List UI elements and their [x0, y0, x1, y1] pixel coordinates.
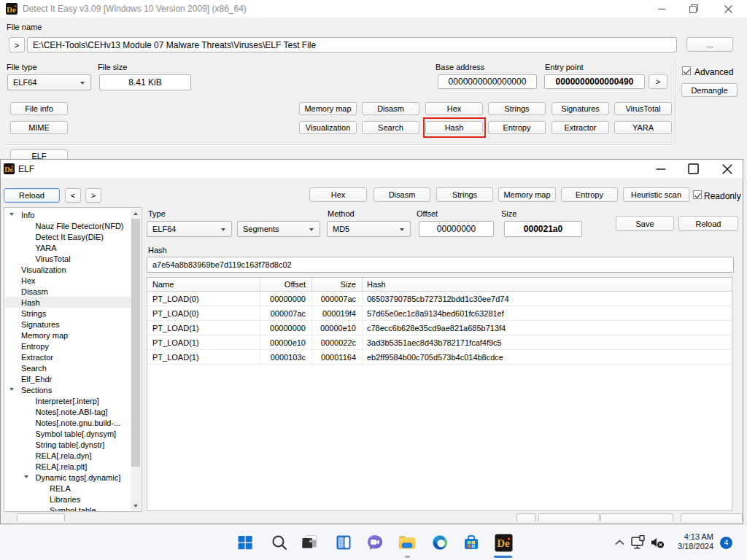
size-field[interactable]: 000021a0: [504, 221, 582, 237]
offset-field[interactable]: 00000000: [419, 221, 494, 237]
entry-point-field[interactable]: 0000000000000490: [544, 74, 645, 89]
tray-network-icon[interactable]: [630, 534, 647, 551]
table-row[interactable]: PT_LOAD(1)0000000000000e10c78ecc6b628e35…: [147, 321, 732, 335]
tree-item-rela-rela-dyn-[interactable]: RELA[.rela.dyn]: [5, 450, 131, 461]
mime-button[interactable]: MIME: [10, 121, 68, 134]
tree-item-sections[interactable]: Sections: [5, 384, 131, 395]
elf-toolbar-strings[interactable]: Strings: [436, 187, 493, 202]
main-maximize-button[interactable]: [684, 0, 704, 18]
browse-button[interactable]: ...: [686, 37, 733, 52]
taskbar-icon-file-explorer[interactable]: [398, 533, 417, 552]
elf-maximize-button[interactable]: [683, 160, 704, 178]
advanced-checkbox[interactable]: [682, 66, 691, 75]
tree-item-memory-map[interactable]: Memory map: [5, 330, 131, 341]
elf-toolbar-entropy[interactable]: Entropy: [561, 187, 618, 202]
tree-item-extractor[interactable]: Extractor: [5, 351, 131, 362]
tray-chevron-up-icon[interactable]: [611, 535, 627, 550]
tree-item-dynamic-tags-dynamic-[interactable]: Dynamic tags[.dynamic]: [5, 472, 131, 483]
tool-button-yara[interactable]: YARA: [614, 121, 672, 134]
tree-item-detect-it-easy-die-[interactable]: Detect It Easy(DiE): [5, 231, 131, 242]
tree-expand-arrow-icon[interactable]: [9, 213, 14, 216]
elf-reload-button[interactable]: Reload: [4, 188, 60, 203]
tree-item-nauz-file-detector-nfd-[interactable]: Nauz File Detector(NFD): [5, 220, 131, 231]
tool-button-visualization[interactable]: Visualization: [299, 121, 357, 134]
bottom-partial-button[interactable]: [538, 513, 600, 521]
tree-item-info[interactable]: Info: [5, 209, 131, 220]
column-header-size[interactable]: Size: [312, 278, 363, 291]
scroll-up-button[interactable]: [131, 209, 141, 218]
tree-item-elf-ehdr[interactable]: Elf_Ehdr: [5, 373, 131, 384]
taskbar-icon-chat[interactable]: [365, 533, 384, 552]
tool-button-hex[interactable]: Hex: [425, 102, 483, 115]
column-header-hash[interactable]: Hash: [363, 278, 732, 291]
taskbar-clock[interactable]: 4:13 AM 3/18/2024: [657, 532, 713, 551]
scrollbar-thumb[interactable]: [131, 219, 140, 467]
elf-toolbar-memory-map[interactable]: Memory map: [498, 187, 556, 202]
tree-item-symbol-table-dynsym-[interactable]: Symbol table[.dynsym]: [5, 428, 131, 439]
table-row[interactable]: PT_LOAD(0)00000000000007ac06503790785cb7…: [147, 292, 732, 306]
tool-button-disasm[interactable]: Disasm: [362, 102, 419, 115]
tree-item-rela[interactable]: RELA: [5, 483, 131, 494]
taskbar-icon-start[interactable]: [236, 533, 255, 552]
table-row[interactable]: PT_LOAD(0)000007ac000019f457d65e0ec1c8a9…: [147, 306, 732, 321]
table-row[interactable]: PT_LOAD(1)0000103c00001164eb2ff9584b00c7…: [147, 350, 732, 365]
notification-badge[interactable]: 4: [720, 537, 732, 549]
scroll-down-button[interactable]: [131, 501, 141, 510]
taskbar-icon-edge[interactable]: [430, 533, 449, 552]
tree-item-libraries[interactable]: Libraries: [5, 494, 131, 505]
taskbar-icon-search[interactable]: [270, 533, 289, 552]
elf-close-button[interactable]: [716, 160, 738, 178]
tree-scrollbar[interactable]: [131, 209, 141, 510]
tool-button-entropy[interactable]: Entropy: [488, 121, 546, 134]
tool-button-memory-map[interactable]: Memory map: [299, 102, 357, 115]
taskbar-icon-store[interactable]: [462, 533, 481, 552]
elf-toolbar-heuristic-scan[interactable]: Heuristic scan: [623, 187, 689, 202]
tool-button-strings[interactable]: Strings: [488, 102, 546, 115]
tree-item-string-table-dynstr-[interactable]: String table[.dynstr]: [5, 439, 131, 450]
file-info-button[interactable]: File info: [10, 102, 68, 115]
readonly-checkbox[interactable]: [693, 190, 702, 199]
tree-item-notes-note-abi-tag-[interactable]: Notes[.note.ABI-tag]: [5, 406, 131, 417]
column-header-offset[interactable]: Offset: [260, 278, 312, 291]
tree-item-interpreter-interp-[interactable]: Interpreter[.interp]: [5, 395, 131, 406]
tree-item-signatures[interactable]: Signatures: [5, 319, 131, 330]
tool-button-signatures[interactable]: Signatures: [551, 102, 609, 115]
bottom-partial-button[interactable]: [681, 513, 743, 521]
tree-item-search[interactable]: Search: [5, 362, 131, 373]
tree-item-disasm[interactable]: Disasm: [5, 286, 131, 297]
file-path-input[interactable]: E:\CEH-Tools\CEHv13 Module 07 Malware Th…: [27, 37, 677, 52]
bottom-partial-button[interactable]: [516, 513, 535, 521]
tool-button-search[interactable]: Search: [362, 121, 419, 134]
save-button[interactable]: Save: [616, 216, 674, 231]
taskbar-icon-task-view[interactable]: [300, 533, 319, 552]
tree-item-virustotal[interactable]: VirusTotal: [5, 253, 131, 264]
elf-back-button[interactable]: <: [65, 188, 81, 203]
tree-item-rela-rela-plt-[interactable]: RELA[.rela.plt]: [5, 461, 131, 472]
main-minimize-button[interactable]: [651, 0, 672, 18]
bottom-partial-button[interactable]: [600, 513, 673, 521]
base-address-field[interactable]: 0000000000000000: [438, 74, 537, 89]
elf-toolbar-disasm[interactable]: Disasm: [374, 187, 430, 202]
segments-combo[interactable]: Segments: [237, 221, 320, 237]
tree-item-hex[interactable]: Hex: [5, 275, 131, 286]
type-combo[interactable]: ELF64: [147, 221, 232, 237]
elf-reload2-button[interactable]: Reload: [678, 216, 738, 231]
tree-item-strings[interactable]: Strings: [5, 308, 131, 319]
tree-item-visualization[interactable]: Visualization: [5, 264, 131, 275]
tree-item-hash[interactable]: Hash: [5, 297, 131, 308]
demangle-button[interactable]: Demangle: [681, 83, 738, 97]
file-type-combo[interactable]: ELF64: [7, 74, 91, 90]
method-combo[interactable]: MD5: [327, 221, 411, 237]
tool-button-virustotal[interactable]: VirusTotal: [614, 102, 672, 115]
bottom-partial-button[interactable]: [17, 513, 65, 521]
main-close-button[interactable]: [718, 0, 738, 18]
tree-item-notes-note-gnu-build-[interactable]: Notes[.note.gnu.build-...: [5, 417, 131, 428]
tool-button-extractor[interactable]: Extractor: [551, 121, 609, 134]
entry-point-goto-button[interactable]: >: [649, 74, 667, 89]
taskbar-icon-die[interactable]: De: [494, 533, 513, 552]
tree-item-entropy[interactable]: Entropy: [5, 341, 131, 351]
taskbar-icon-widgets[interactable]: [334, 533, 353, 552]
tree-expand-arrow-icon[interactable]: [24, 475, 28, 478]
column-header-name[interactable]: Name: [147, 278, 260, 291]
tree-item-yara[interactable]: YARA: [5, 242, 131, 253]
